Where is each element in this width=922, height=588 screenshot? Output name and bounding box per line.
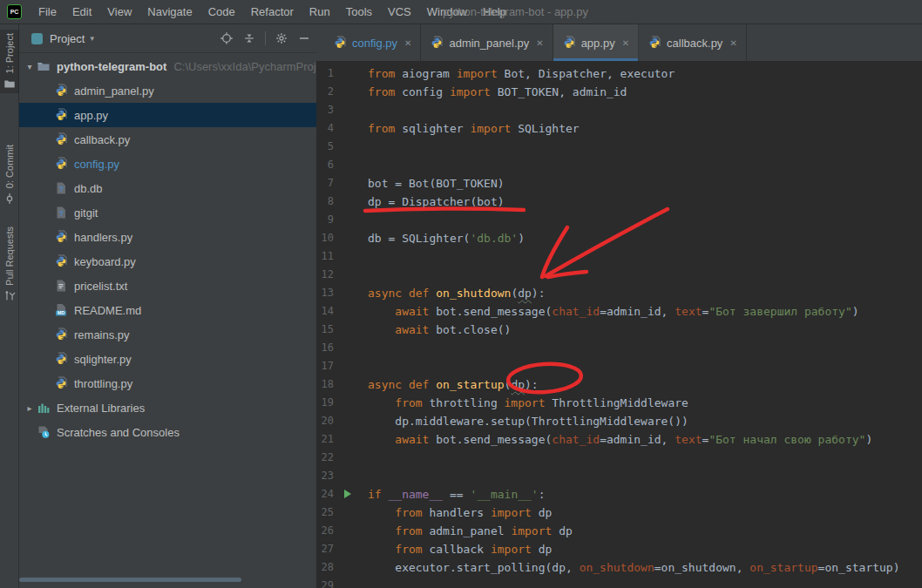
chevron-right-icon[interactable]: ▸: [23, 403, 37, 413]
menu-edit[interactable]: Edit: [64, 0, 99, 24]
code-line-14[interactable]: 14 await bot.send_message(chat_id=admin_…: [316, 302, 922, 321]
tree-item-throttling-py[interactable]: throttling.py: [19, 371, 316, 395]
tree-item-external-libraries[interactable]: ▸External Libraries: [19, 395, 316, 420]
line-number[interactable]: 14: [316, 302, 357, 321]
line-number[interactable]: 12: [316, 266, 357, 284]
close-icon[interactable]: ✕: [536, 38, 543, 48]
line-number[interactable]: 26: [316, 522, 357, 540]
line-number[interactable]: 15: [316, 321, 357, 339]
tab-app-py[interactable]: app.py✕: [553, 24, 639, 61]
line-number[interactable]: 6: [316, 156, 357, 174]
line-number[interactable]: 5: [316, 138, 357, 156]
line-number[interactable]: 7: [316, 174, 357, 193]
line-number[interactable]: 16: [316, 339, 357, 357]
panel-title[interactable]: Project: [50, 32, 85, 45]
code-line-27[interactable]: 27 from callback import dp: [316, 540, 922, 558]
locate-icon[interactable]: [220, 31, 234, 45]
tree-item-db-db[interactable]: ?db.db: [19, 176, 316, 200]
tree-item-app-py[interactable]: app.py: [19, 103, 316, 127]
code-line-16[interactable]: 16: [316, 339, 922, 357]
code-line-28[interactable]: 28 executor.start_polling(dp, on_shutdow…: [316, 558, 922, 577]
code-line-22[interactable]: 22: [316, 449, 922, 467]
tree-item-pricelist-txt[interactable]: pricelist.txt: [19, 274, 316, 298]
menu-tools[interactable]: Tools: [338, 0, 380, 24]
line-number[interactable]: 9: [316, 211, 357, 229]
line-number[interactable]: 2: [316, 83, 357, 101]
tab-config-py[interactable]: config.py✕: [324, 24, 421, 61]
close-icon[interactable]: ✕: [622, 38, 629, 48]
menu-code[interactable]: Code: [200, 0, 243, 24]
tree-item-callback-py[interactable]: callback.py: [19, 127, 316, 152]
close-icon[interactable]: ✕: [729, 38, 736, 48]
code-line-17[interactable]: 17: [316, 357, 922, 375]
code-line-9[interactable]: 9: [316, 211, 922, 229]
horizontal-scrollbar[interactable]: [19, 578, 241, 582]
tree-item-admin-panel-py[interactable]: admin_panel.py: [19, 78, 316, 103]
menu-file[interactable]: File: [31, 0, 64, 24]
line-number[interactable]: 13: [316, 284, 357, 302]
tree-item-readme-md[interactable]: MDREADME.md: [19, 298, 316, 322]
line-number[interactable]: 17: [316, 357, 357, 375]
tree-item-sqlighter-py[interactable]: sqlighter.py: [19, 347, 316, 371]
tree-item-config-py[interactable]: config.py: [19, 152, 316, 176]
collapse-all-icon[interactable]: [242, 31, 256, 45]
tab-admin_panel-py[interactable]: admin_panel.py✕: [421, 24, 553, 61]
code-line-12[interactable]: 12: [316, 266, 922, 284]
code-line-5[interactable]: 5: [316, 138, 922, 156]
tree-item-handlers-py[interactable]: handlers.py: [19, 225, 316, 249]
menu-run[interactable]: Run: [302, 0, 338, 24]
code-line-10[interactable]: 10db = SQLighter('db.db'): [316, 229, 922, 247]
line-number[interactable]: 22: [316, 449, 357, 467]
line-number[interactable]: 10: [316, 229, 357, 247]
hide-icon[interactable]: [297, 31, 311, 45]
line-number[interactable]: 28: [316, 558, 357, 577]
chevron-down-icon[interactable]: ▾: [90, 34, 94, 43]
code-line-1[interactable]: 1from aiogram import Bot, Dispatcher, ex…: [316, 64, 922, 83]
code-line-21[interactable]: 21 await bot.send_message(chat_id=admin_…: [316, 430, 922, 449]
code-line-7[interactable]: 7bot = Bot(BOT_TOKEN): [316, 174, 922, 193]
menu-vcs[interactable]: VCS: [380, 0, 419, 24]
line-number[interactable]: 27: [316, 540, 357, 558]
code-line-29[interactable]: 29: [316, 577, 922, 588]
code-line-13[interactable]: 13async def on_shutdown(dp):: [316, 284, 922, 302]
code-line-2[interactable]: 2from config import BOT_TOKEN, admin_id: [316, 83, 922, 101]
line-number[interactable]: 23: [316, 467, 357, 485]
code-editor[interactable]: 1from aiogram import Bot, Dispatcher, ex…: [316, 61, 922, 588]
code-line-15[interactable]: 15 await bot.close(): [316, 321, 922, 339]
code-line-11[interactable]: 11: [316, 247, 922, 266]
menu-navigate[interactable]: Navigate: [139, 0, 200, 24]
code-line-23[interactable]: 23: [316, 467, 922, 485]
tree-item-remains-py[interactable]: remains.py: [19, 322, 316, 347]
tree-item-python-telegram-bot[interactable]: ▾python-telegram-botC:\Users\xxIda\Pycha…: [19, 54, 316, 78]
tree-item-gitgit[interactable]: ?gitgit: [19, 200, 316, 225]
tab-callback-py[interactable]: callback.py✕: [639, 24, 747, 61]
settings-icon[interactable]: [275, 31, 288, 45]
line-number[interactable]: 29: [316, 577, 357, 588]
code-line-24[interactable]: 24if __name__ == '__main__':: [316, 485, 922, 504]
toolstrip-pull-requests[interactable]: Pull Requests: [0, 226, 19, 302]
line-number[interactable]: 3: [316, 101, 357, 119]
menu-view[interactable]: View: [99, 0, 139, 24]
code-line-3[interactable]: 3: [316, 101, 922, 119]
line-number[interactable]: 20: [316, 412, 357, 430]
toolstrip-commit[interactable]: 0: Commit: [0, 145, 19, 205]
code-line-6[interactable]: 6: [316, 156, 922, 174]
toolstrip-project[interactable]: 1: Project: [0, 30, 19, 93]
line-number[interactable]: 1: [316, 64, 357, 83]
run-icon[interactable]: [344, 490, 351, 498]
line-number[interactable]: 8: [316, 193, 357, 211]
code-line-4[interactable]: 4from sqlighter import SQLighter: [316, 119, 922, 138]
tree-item-keyboard-py[interactable]: keyboard.py: [19, 249, 316, 274]
chevron-down-icon[interactable]: ▾: [23, 62, 37, 71]
line-number[interactable]: 11: [316, 247, 357, 266]
line-number[interactable]: 19: [316, 394, 357, 412]
line-number[interactable]: 21: [316, 430, 357, 449]
code-line-8[interactable]: 8dp = Dispatcher(bot): [316, 193, 922, 211]
line-number[interactable]: 4: [316, 119, 357, 138]
code-line-19[interactable]: 19 from throttling import ThrottlingMidd…: [316, 394, 922, 412]
tree-item-scratches-and-consoles[interactable]: Scratches and Consoles: [19, 420, 316, 444]
menu-refactor[interactable]: Refactor: [243, 0, 302, 24]
line-number[interactable]: 25: [316, 504, 357, 522]
close-icon[interactable]: ✕: [404, 38, 411, 48]
code-line-20[interactable]: 20 dp.middleware.setup(ThrottlingMiddlew…: [316, 412, 922, 430]
